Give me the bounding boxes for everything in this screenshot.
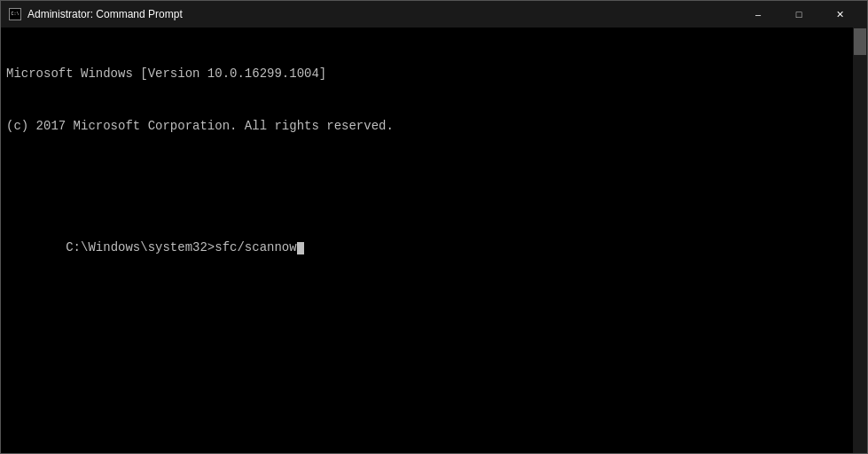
cmd-window: Administrator: Command Prompt – □ ✕ Micr… (0, 0, 868, 454)
cursor-block (297, 242, 304, 254)
minimize-icon: – (755, 10, 761, 20)
cmd-window-icon (8, 7, 22, 21)
close-icon: ✕ (836, 10, 844, 20)
cmd-small-icon (9, 8, 21, 20)
console-line-1: Microsoft Windows [Version 10.0.16299.10… (6, 66, 862, 83)
title-bar: Administrator: Command Prompt – □ ✕ (1, 1, 867, 27)
maximize-icon: □ (796, 10, 802, 20)
console-line-3 (6, 170, 862, 188)
console-body[interactable]: Microsoft Windows [Version 10.0.16299.10… (1, 27, 867, 453)
scrollbar[interactable] (853, 27, 867, 453)
console-line-4: C:\Windows\system32>sfc/scannow (6, 223, 862, 275)
maximize-button[interactable]: □ (778, 1, 819, 27)
minimize-button[interactable]: – (738, 1, 778, 27)
console-prompt-line: C:\Windows\system32>sfc/scannow (66, 240, 296, 254)
close-button[interactable]: ✕ (819, 1, 860, 27)
window-title: Administrator: Command Prompt (27, 8, 183, 20)
scrollbar-thumb[interactable] (854, 28, 866, 55)
title-bar-left: Administrator: Command Prompt (8, 7, 183, 21)
console-line-2: (c) 2017 Microsoft Corporation. All righ… (6, 118, 862, 136)
console-output: Microsoft Windows [Version 10.0.16299.10… (6, 31, 862, 309)
window-controls: – □ ✕ (738, 1, 860, 27)
